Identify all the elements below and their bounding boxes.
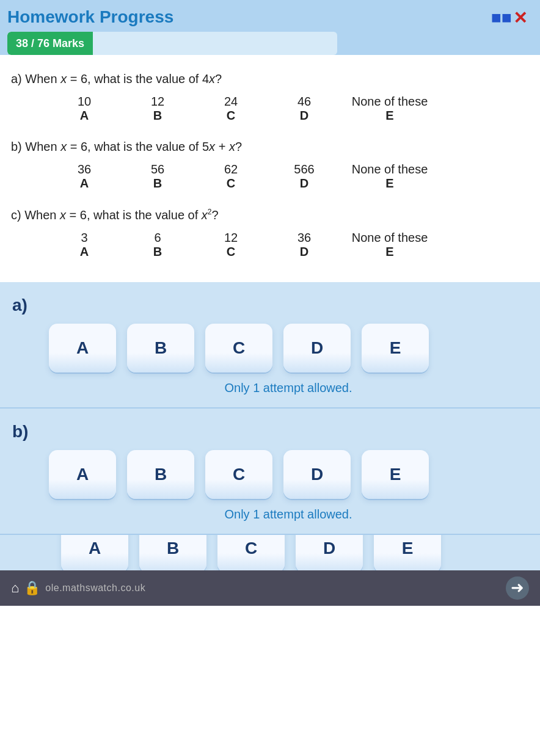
answer-a-C: 24 C [194,95,268,123]
question-c-block: c) When x = 6, what is the value of x2? … [11,208,529,259]
answer-a-A: 10 A [48,95,121,123]
blue-squares-icon: ■■ [491,8,512,27]
answer-panel-b: b) A B C D E Only 1 attempt allowed. [0,409,540,535]
question-a-answers: 10 A 12 B 24 C 46 D None of these E [11,95,529,123]
nav-forward-button[interactable]: ➜ [506,576,529,600]
choice-b-B-button[interactable]: B [127,450,194,499]
panel-a-attempt-note: Only 1 attempt allowed. [49,381,528,395]
answer-c-E: None of these E [341,231,439,259]
choice-c-D-button[interactable]: D [296,535,363,570]
top-bar: ■■ ✕ Homework Progress 38 / 76 Marks [0,0,540,55]
panel-c-choices-partial: A B C D E [61,535,441,570]
nav-left: ⌂ 🔒 ole.mathswatch.co.uk [11,580,145,596]
answer-c-D: 36 D [268,231,341,259]
answer-panels: a) A B C D E Only 1 attempt allowed. b) … [0,282,540,570]
nav-lock-icon: 🔒 [24,580,40,596]
choice-b-E-button[interactable]: E [362,450,429,499]
choice-a-E-button[interactable]: E [362,324,429,373]
panel-b-attempt-note: Only 1 attempt allowed. [49,507,528,522]
choice-b-A-button[interactable]: A [49,450,116,499]
answer-b-C: 62 C [194,162,268,191]
panel-a-choices: A B C D E [49,324,528,373]
answer-panel-c-partial: A B C D E [0,535,540,570]
bottom-nav: ⌂ 🔒 ole.mathswatch.co.uk ➜ [0,570,540,606]
choice-a-A-button[interactable]: A [49,324,116,373]
answer-c-B: 6 B [121,231,194,259]
question-b-answers: 36 A 56 B 62 C 566 D None of these E [11,162,529,191]
questions-area: a) When x = 6, what is the value of 4x? … [0,61,540,282]
choice-a-B-button[interactable]: B [127,324,194,373]
question-c-answers: 3 A 6 B 12 C 36 D None of these E [11,231,529,259]
nav-home-icon: ⌂ [11,580,19,596]
answer-c-C: 12 C [194,231,268,259]
nav-url: ole.mathswatch.co.uk [45,583,145,594]
choice-c-A-button[interactable]: A [61,535,128,570]
question-b-text: b) When x = 6, what is the value of 5x +… [11,140,529,154]
choice-c-C-button[interactable]: C [217,535,285,570]
panel-a-label: a) [12,296,528,315]
progress-bar: 38 / 76 Marks [7,32,337,55]
choice-c-E-button[interactable]: E [374,535,441,570]
answer-b-E: None of these E [341,162,439,191]
answer-b-B: 56 B [121,162,194,191]
answer-panel-a: a) A B C D E Only 1 attempt allowed. [0,282,540,409]
homework-progress-title: Homework Progress [7,5,533,27]
question-b-block: b) When x = 6, what is the value of 5x +… [11,140,529,191]
choice-b-C-button[interactable]: C [205,450,272,499]
question-a-block: a) When x = 6, what is the value of 4x? … [11,72,529,123]
progress-fill: 38 / 76 Marks [7,32,93,55]
answer-a-B: 12 B [121,95,194,123]
top-icon: ■■ ✕ [491,2,528,33]
answer-a-D: 46 D [268,95,341,123]
answer-b-A: 36 A [48,162,121,191]
question-a-text: a) When x = 6, what is the value of 4x? [11,72,529,86]
answer-a-E: None of these E [341,95,439,123]
red-x-icon: ✕ [513,8,527,28]
choice-b-D-button[interactable]: D [283,450,351,499]
question-c-text: c) When x = 6, what is the value of x2? [11,208,529,222]
answer-b-D: 566 D [268,162,341,191]
choice-a-C-button[interactable]: C [205,324,272,373]
panel-b-choices: A B C D E [49,450,528,499]
choice-a-D-button[interactable]: D [283,324,351,373]
answer-c-A: 3 A [48,231,121,259]
choice-c-B-button[interactable]: B [139,535,206,570]
panel-b-label: b) [12,422,528,442]
